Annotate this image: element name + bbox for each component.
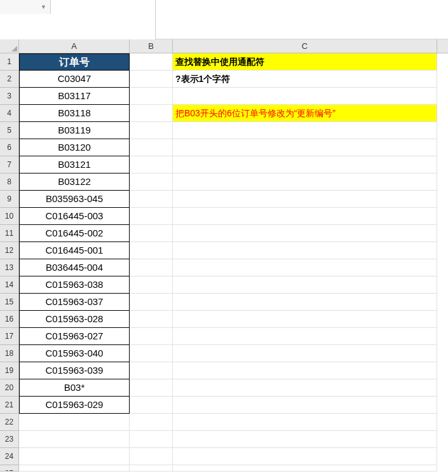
order-cell[interactable]: C015963-027 <box>19 328 130 345</box>
row-header-7[interactable]: 7 <box>0 156 18 173</box>
empty-cell[interactable] <box>173 414 437 431</box>
empty-cell[interactable] <box>130 345 173 362</box>
empty-cell[interactable] <box>173 156 437 173</box>
empty-cell[interactable] <box>130 242 173 259</box>
row-header-4[interactable]: 4 <box>0 105 18 122</box>
order-cell[interactable]: B03119 <box>19 122 130 139</box>
order-cell[interactable]: B035963-045 <box>19 191 130 208</box>
empty-cell[interactable] <box>19 414 130 431</box>
col-header-a[interactable]: A <box>19 39 130 53</box>
empty-cell[interactable] <box>173 88 437 105</box>
empty-cell[interactable] <box>173 139 437 156</box>
empty-cell[interactable] <box>173 379 437 397</box>
empty-cell[interactable] <box>130 276 173 294</box>
order-cell[interactable]: C015963-028 <box>19 311 130 328</box>
order-header-cell[interactable]: 订单号 <box>19 53 130 71</box>
empty-cell[interactable] <box>173 276 437 294</box>
empty-cell[interactable] <box>173 311 437 328</box>
empty-cell[interactable] <box>173 225 437 242</box>
col-header-c[interactable]: C <box>173 39 437 53</box>
row-header-9[interactable]: 9 <box>0 191 18 208</box>
row-header-1[interactable]: 1 <box>0 53 18 71</box>
empty-cell[interactable] <box>173 362 437 379</box>
order-cell[interactable]: C03047 <box>19 71 130 88</box>
empty-cell[interactable] <box>130 53 173 71</box>
row-header-17[interactable]: 17 <box>0 328 18 345</box>
empty-cell[interactable] <box>173 122 437 139</box>
order-cell[interactable]: B03* <box>19 379 130 397</box>
row-header-18[interactable]: 18 <box>0 345 18 362</box>
empty-cell[interactable] <box>130 71 173 88</box>
empty-cell[interactable] <box>173 259 437 276</box>
order-cell[interactable]: B03118 <box>19 105 130 122</box>
order-cell[interactable]: B03121 <box>19 156 130 173</box>
empty-cell[interactable] <box>130 156 173 173</box>
row-header-15[interactable]: 15 <box>0 294 18 311</box>
empty-cell[interactable] <box>19 465 130 472</box>
order-cell[interactable]: C015963-039 <box>19 362 130 379</box>
row-header-2[interactable]: 2 <box>0 71 18 88</box>
order-cell[interactable]: C016445-002 <box>19 225 130 242</box>
row-header-13[interactable]: 13 <box>0 259 18 276</box>
empty-cell[interactable] <box>130 208 173 225</box>
empty-cell[interactable] <box>173 242 437 259</box>
row-header-14[interactable]: 14 <box>0 276 18 294</box>
empty-cell[interactable] <box>130 465 173 472</box>
order-cell[interactable]: C015963-029 <box>19 397 130 414</box>
formula-bar[interactable] <box>156 0 448 39</box>
empty-cell[interactable] <box>130 379 173 397</box>
empty-cell[interactable] <box>19 431 130 448</box>
empty-cell[interactable] <box>130 259 173 276</box>
row-header-19[interactable]: 19 <box>0 362 18 379</box>
row-header-12[interactable]: 12 <box>0 242 18 259</box>
row-header-8[interactable]: 8 <box>0 173 18 191</box>
empty-cell[interactable] <box>173 191 437 208</box>
empty-cell[interactable] <box>130 431 173 448</box>
empty-cell[interactable] <box>19 448 130 465</box>
empty-cell[interactable] <box>130 311 173 328</box>
empty-cell[interactable] <box>130 448 173 465</box>
empty-cell[interactable] <box>173 465 437 472</box>
empty-cell[interactable] <box>173 431 437 448</box>
order-cell[interactable]: C016445-001 <box>19 242 130 259</box>
note-cell[interactable]: 把B03开头的6位订单号修改为“更新编号” <box>173 105 437 122</box>
empty-cell[interactable] <box>173 448 437 465</box>
row-header-6[interactable]: 6 <box>0 139 18 156</box>
order-cell[interactable]: C015963-038 <box>19 276 130 294</box>
row-header-22[interactable]: 22 <box>0 414 18 431</box>
order-cell[interactable]: B03117 <box>19 88 130 105</box>
row-header-23[interactable]: 23 <box>0 431 18 448</box>
empty-cell[interactable] <box>130 328 173 345</box>
empty-cell[interactable] <box>173 328 437 345</box>
order-cell[interactable]: C015963-040 <box>19 345 130 362</box>
empty-cell[interactable] <box>130 414 173 431</box>
empty-cell[interactable] <box>130 362 173 379</box>
order-cell[interactable]: C015963-037 <box>19 294 130 311</box>
select-all-button[interactable] <box>0 39 19 53</box>
empty-cell[interactable] <box>173 208 437 225</box>
empty-cell[interactable] <box>130 88 173 105</box>
row-header-11[interactable]: 11 <box>0 225 18 242</box>
row-header-10[interactable]: 10 <box>0 208 18 225</box>
note-cell[interactable]: 查找替换中使用通配符 <box>173 53 437 71</box>
empty-cell[interactable] <box>173 173 437 191</box>
empty-cell[interactable] <box>173 397 437 414</box>
empty-cell[interactable] <box>130 139 173 156</box>
empty-cell[interactable] <box>130 173 173 191</box>
row-header-3[interactable]: 3 <box>0 88 18 105</box>
note-cell[interactable]: ?表示1个字符 <box>173 71 437 88</box>
empty-cell[interactable] <box>130 294 173 311</box>
empty-cell[interactable] <box>173 345 437 362</box>
order-cell[interactable]: B03120 <box>19 139 130 156</box>
row-header-25[interactable]: 25 <box>0 465 18 472</box>
empty-cell[interactable] <box>130 122 173 139</box>
row-header-24[interactable]: 24 <box>0 448 18 465</box>
row-header-5[interactable]: 5 <box>0 122 18 139</box>
order-cell[interactable]: C016445-003 <box>19 208 130 225</box>
row-header-21[interactable]: 21 <box>0 397 18 414</box>
name-box[interactable]: ▼ <box>0 0 51 14</box>
empty-cell[interactable] <box>130 191 173 208</box>
row-header-20[interactable]: 20 <box>0 379 18 397</box>
empty-cell[interactable] <box>173 294 437 311</box>
order-cell[interactable]: B036445-004 <box>19 259 130 276</box>
